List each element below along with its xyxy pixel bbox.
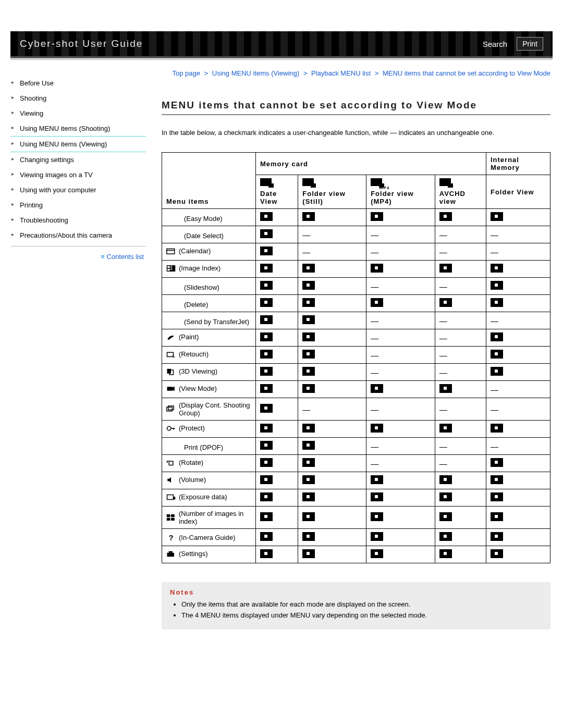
nav-item-computer[interactable]: Using with your computer <box>10 182 146 198</box>
matrix-cell: — <box>298 243 366 261</box>
matrix-cell <box>256 421 298 438</box>
svg-rect-12 <box>167 407 173 411</box>
menu-item-cell: (View Mode) <box>162 381 256 398</box>
dash-mark: — <box>371 368 378 377</box>
index-icon-wrap <box>166 265 176 272</box>
volume-icon-wrap <box>166 476 176 484</box>
check-icon <box>491 212 503 221</box>
matrix-cell <box>298 529 366 546</box>
matrix-cell <box>486 347 550 364</box>
menu-item-label: (Easy Mode) <box>184 215 223 223</box>
svg-rect-21 <box>171 514 175 517</box>
nav-item-precautions[interactable]: Precautions/About this camera <box>10 228 146 243</box>
nav-item-viewing[interactable]: Viewing <box>10 106 146 121</box>
svg-rect-5 <box>170 267 172 268</box>
header-bar: Cyber-shot User Guide Search Print <box>10 31 553 58</box>
menu-item-label: (Rotate) <box>179 459 203 466</box>
dash-mark: — <box>491 248 498 256</box>
search-link[interactable]: Search <box>483 40 508 48</box>
matrix-cell <box>298 489 366 507</box>
menu-item-cell: (Rotate) <box>162 455 256 472</box>
menu-item-label: (Settings) <box>179 550 208 558</box>
notes-box: Notes Only the items that are available … <box>162 582 550 630</box>
dash-mark: — <box>491 230 498 239</box>
menu-item-label: (3D Viewing) <box>179 367 217 375</box>
folder-icon <box>302 178 314 186</box>
nav-item-shooting[interactable]: Shooting <box>10 91 146 106</box>
dash-mark: — <box>439 351 447 360</box>
settings-icon <box>166 550 176 558</box>
check-icon <box>302 264 315 273</box>
matrix-cell: — <box>366 312 435 329</box>
matrix-cell <box>486 546 550 563</box>
table-row: (Number of images in index) <box>162 507 550 529</box>
folder-icon <box>371 178 382 186</box>
matrix-cell: — <box>435 347 486 364</box>
matrix-cell <box>366 261 435 278</box>
app-title: Cyber-shot User Guide <box>20 38 143 50</box>
print-button[interactable]: Print <box>517 37 543 51</box>
menu-item-label: (Date Select) <box>184 232 224 240</box>
table-row: (Retouch)—— <box>162 347 550 364</box>
dash-mark: — <box>371 230 378 239</box>
matrix-cell <box>486 529 550 546</box>
matrix-cell <box>256 364 298 381</box>
matrix-cell <box>256 261 298 278</box>
crumb-sep: > <box>204 69 209 77</box>
contents-list-link[interactable]: Contents list <box>101 253 144 261</box>
folder-icon <box>260 178 272 186</box>
note-item: Only the items that are available for ea… <box>181 599 542 610</box>
matrix-cell <box>486 278 550 295</box>
nav-item-menu-shooting[interactable]: Using MENU items (Shooting) <box>10 121 146 136</box>
calendar-icon-wrap <box>166 248 176 255</box>
matrix-cell: — <box>366 398 435 421</box>
retouch-icon-wrap <box>166 351 176 358</box>
nav-item-menu-viewing[interactable]: Using MENU items (Viewing) <box>10 136 146 152</box>
matrix-cell <box>435 209 486 226</box>
check-icon <box>260 384 273 393</box>
dash-mark: — <box>439 334 447 342</box>
table-row: (Paint)—— <box>162 329 550 347</box>
check-icon <box>260 281 273 290</box>
matrix-cell <box>298 295 366 312</box>
table-row: (3D Viewing)—— <box>162 364 550 381</box>
th-col-label: Folder View <box>491 188 534 196</box>
table-row: (View Mode)— <box>162 381 550 398</box>
svg-rect-11 <box>167 387 173 391</box>
nav-item-changing-settings[interactable]: Changing settings <box>10 152 146 167</box>
crumb-1[interactable]: Using MENU items (Viewing) <box>212 69 299 77</box>
matrix-cell: — <box>486 398 550 421</box>
check-icon <box>302 212 315 221</box>
matrix-cell <box>256 546 298 563</box>
matrix-cell <box>298 278 366 295</box>
svg-rect-4 <box>170 266 172 267</box>
index-icon <box>166 265 176 272</box>
menu-item-cell: (Delete) <box>162 295 256 312</box>
folder-icon <box>439 178 451 186</box>
check-icon <box>439 384 452 393</box>
viewmode-icon <box>166 385 176 392</box>
check-icon <box>491 458 503 467</box>
menu-item-cell: (Date Select) <box>162 226 256 243</box>
table-row: (Settings) <box>162 546 550 563</box>
nav-item-troubleshooting[interactable]: Troubleshooting <box>10 213 146 228</box>
nav-item-tv[interactable]: Viewing images on a TV <box>10 167 146 182</box>
check-icon <box>439 264 452 273</box>
check-icon <box>439 475 452 484</box>
crumb-2[interactable]: Playback MENU list <box>311 69 371 77</box>
menu-item-cell: (3D Viewing) <box>162 364 256 381</box>
check-icon <box>371 492 383 501</box>
paint-icon-wrap <box>166 334 176 341</box>
svg-rect-0 <box>167 249 175 254</box>
menu-item-cell: (Protect) <box>162 421 256 438</box>
check-icon <box>260 549 273 558</box>
svg-rect-22 <box>167 518 170 521</box>
check-icon <box>260 212 273 221</box>
menu-item-cell: (Slideshow) <box>162 278 256 295</box>
svg-rect-7 <box>170 269 172 270</box>
nav-item-printing[interactable]: Printing <box>10 198 146 213</box>
crumb-0[interactable]: Top page <box>172 69 200 77</box>
check-icon <box>302 384 315 393</box>
nav-item-before-use[interactable]: Before Use <box>10 76 146 91</box>
dash-mark: — <box>491 385 498 394</box>
